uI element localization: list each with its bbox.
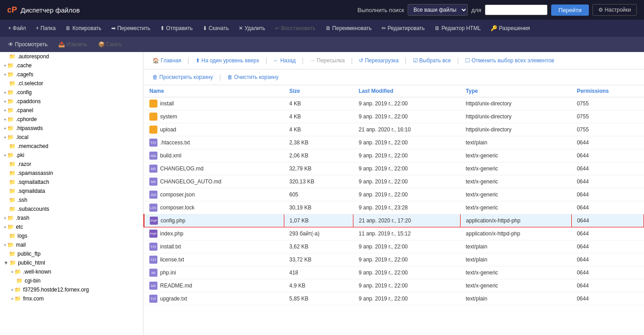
forward-nav-button[interactable]: → Пересылка: [306, 56, 348, 65]
sidebar-item--subaccounts[interactable]: 📁 .subaccounts: [0, 204, 143, 213]
back-nav-button[interactable]: ← Назад: [270, 56, 300, 65]
html-editor-button[interactable]: 🗎 Редактор HTML: [430, 23, 485, 34]
upload-button[interactable]: ⬆ Отправить: [156, 23, 197, 34]
table-row[interactable]: PHPindex.php293 байт(-а)11 апр. 2019 г.,…: [144, 227, 644, 240]
sidebar-item-etc[interactable]: +📁 etc: [0, 222, 143, 231]
sidebar-item--cl-selector[interactable]: 📁 .cl.selector: [0, 79, 143, 88]
restore-button[interactable]: ↩ Восстановить: [270, 23, 320, 34]
file-name-wrapper: system: [149, 113, 278, 121]
table-row[interactable]: TXTinstall.txt3,62 KB9 апр. 2019 г., 22:…: [144, 240, 644, 253]
table-row[interactable]: XMLbuild.xml2,06 KB9 апр. 2019 г., 22:00…: [144, 149, 644, 162]
expand-icon[interactable]: +: [4, 242, 6, 248]
table-row[interactable]: TXTupgrade.txt5,85 KB9 апр. 2019 г., 22:…: [144, 292, 644, 305]
file-name-wrapper: XMLbuild.xml: [149, 152, 278, 160]
sidebar-item-label: .sqmaildata: [17, 188, 45, 194]
sidebar-item--htpasswds[interactable]: +📁 .htpasswds: [0, 124, 143, 133]
folder-icon: 📁: [14, 287, 21, 293]
sidebar-item--spamassassin[interactable]: 📁 .spamassassin: [0, 169, 143, 178]
col-name[interactable]: Name: [144, 85, 284, 97]
table-row[interactable]: MDCHANGELOG.md32,79 KB9 апр. 2019 г., 22…: [144, 162, 644, 175]
sidebar-item--autorespond[interactable]: 📁 .autorespond: [0, 52, 143, 61]
sidebar-item--sqmaildata[interactable]: 📁 .sqmaildata: [0, 187, 143, 196]
col-permissions[interactable]: Permissions: [571, 85, 644, 97]
reload-nav-button[interactable]: ↺ Перезагрузка: [355, 56, 402, 65]
sidebar-item--cphorde[interactable]: +📁 .cphorde: [0, 115, 143, 124]
expand-icon[interactable]: +: [4, 117, 6, 122]
trash-nav-bar: 🗑 Просмотреть корзину | 🗑 Очистить корзи…: [144, 70, 644, 85]
search-scope-select[interactable]: Все ваши файлы: [408, 4, 468, 16]
permissions-button[interactable]: 🔑 Разрешения: [486, 23, 534, 34]
edit-button[interactable]: ✏ Редактировать: [377, 23, 429, 34]
sidebar-item-public-html[interactable]: ▼📁 public_html: [0, 258, 143, 267]
expand-icon[interactable]: +: [4, 90, 6, 95]
table-row[interactable]: INIphp.ini4189 апр. 2019 г., 22:00text/x…: [144, 266, 644, 279]
expand-icon[interactable]: +: [11, 269, 13, 274]
sidebar-item--well-known[interactable]: +📁 .well-known: [0, 267, 143, 276]
move-button[interactable]: ➡ Переместить: [107, 23, 155, 34]
home-nav-button[interactable]: 🏠 Главная: [149, 56, 185, 65]
deselect-nav-button[interactable]: ☐ Отменить выбор всех элементов: [461, 56, 558, 65]
sidebar-item--ssh[interactable]: 📁 .ssh: [0, 196, 143, 204]
sidebar-item--pki[interactable]: +📁 .pki: [0, 151, 143, 160]
sidebar-item--cpanel[interactable]: +📁 .cpanel: [0, 106, 143, 115]
clear-trash-button[interactable]: 🗑 Очистить корзину: [224, 72, 282, 82]
sidebar-item-logs[interactable]: 📁 logs: [0, 231, 143, 240]
sidebar-item-mail[interactable]: +📁 mail: [0, 240, 143, 249]
table-row[interactable]: MDCHANGELOG_AUTO.md320,13 KB9 апр. 2019 …: [144, 175, 644, 188]
sidebar-item--sqmailattach[interactable]: 📁 .sqmailattach: [0, 178, 143, 187]
col-type[interactable]: Type: [461, 85, 572, 97]
copy-button[interactable]: 🗎 Копировать: [61, 23, 106, 34]
expand-icon[interactable]: +: [4, 126, 6, 131]
table-row[interactable]: TXTlicense.txt33,72 KB9 апр. 2019 г., 22…: [144, 253, 644, 266]
collapse-icon[interactable]: ▼: [4, 260, 9, 265]
table-row[interactable]: install4 KB9 апр. 2019 г., 22:00httpd/un…: [144, 97, 644, 110]
expand-icon[interactable]: +: [11, 296, 13, 301]
settings-button[interactable]: ⚙ Настройки: [592, 4, 637, 16]
table-row[interactable]: MDREADME.md4,9 KB9 апр. 2019 г., 22:00te…: [144, 279, 644, 292]
sidebar-item--cagefs[interactable]: +📁 .cagefs: [0, 70, 143, 79]
rename-button[interactable]: 🗎 Переименовать: [321, 23, 376, 34]
up-nav-button[interactable]: ⬆ На один уровень вверх: [192, 56, 263, 65]
new-file-button[interactable]: + Файл: [4, 23, 30, 34]
extract-button[interactable]: 📤 Извлечь: [54, 39, 91, 49]
col-size[interactable]: Size: [284, 85, 353, 97]
view-button[interactable]: 👁 Просмотреть: [4, 39, 52, 49]
expand-icon[interactable]: +: [11, 287, 13, 292]
expand-icon[interactable]: +: [4, 135, 6, 140]
col-modified[interactable]: Last Modified: [353, 85, 461, 97]
sidebar-item--cache[interactable]: +📁 .cache: [0, 61, 143, 70]
sidebar-item-cgi-bin[interactable]: 📁 cgi-bin: [0, 276, 143, 285]
file-size-cell: 4 KB: [284, 123, 353, 136]
sidebar-item-label: public_html: [18, 260, 45, 266]
new-folder-button[interactable]: + Папка: [31, 23, 60, 34]
expand-icon[interactable]: +: [4, 63, 6, 68]
table-row[interactable]: PHPconfig.php1,07 KB21 апр. 2020 г., 17:…: [144, 214, 644, 227]
expand-icon[interactable]: +: [4, 224, 6, 230]
table-row[interactable]: upload4 KB21 апр. 2020 г., 16:10httpd/un…: [144, 123, 644, 136]
sidebar-item--config[interactable]: +📁 .config: [0, 88, 143, 97]
sidebar-item--cpaddons[interactable]: +📁 .cpaddons: [0, 97, 143, 106]
expand-icon[interactable]: +: [4, 152, 6, 158]
download-button[interactable]: ⬇ Скачать: [198, 23, 233, 34]
sidebar-item-f37295-hostde12-fornex-org[interactable]: +📁 f37295.hostde12.fornex.org: [0, 285, 143, 294]
table-row[interactable]: JSOcomposer.json6059 апр. 2019 г., 22:00…: [144, 188, 644, 201]
sidebar-item--razor[interactable]: 📁 .razor: [0, 160, 143, 169]
search-input[interactable]: [485, 4, 548, 15]
delete-button[interactable]: ✕ Удалить: [234, 23, 270, 34]
sidebar-item--trash[interactable]: +📁 .trash: [0, 213, 143, 222]
select-all-nav-button[interactable]: ☑ Выбрать все: [409, 56, 455, 65]
expand-icon[interactable]: +: [4, 108, 6, 113]
sidebar-item--memcached[interactable]: 📁 .memcached: [0, 142, 143, 151]
sidebar-item-public-ftp[interactable]: 📁 public_ftp: [0, 249, 143, 258]
expand-icon[interactable]: +: [4, 72, 6, 77]
sidebar-item--local[interactable]: +📁 .local: [0, 133, 143, 142]
go-button[interactable]: Перейти: [551, 4, 589, 16]
expand-icon[interactable]: +: [4, 215, 6, 221]
compress-button[interactable]: 📦 Сжать: [94, 39, 126, 49]
expand-icon[interactable]: +: [4, 99, 6, 104]
table-row[interactable]: TXT.htaccess.txt2,38 KB9 апр. 2019 г., 2…: [144, 136, 644, 149]
sidebar-item-frnx-com[interactable]: +📁 frnx.com: [0, 294, 143, 303]
table-row[interactable]: system4 KB9 апр. 2019 г., 22:00httpd/uni…: [144, 110, 644, 123]
table-row[interactable]: LOCcomposer.lock30,19 KB9 апр. 2019 г., …: [144, 201, 644, 214]
view-trash-button[interactable]: 🗑 Просмотреть корзину: [149, 72, 217, 82]
